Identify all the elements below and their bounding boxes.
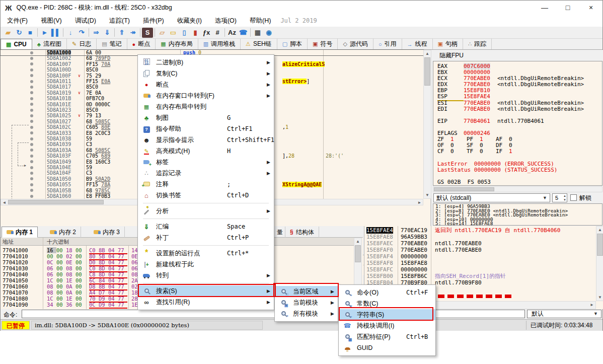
instruction-dot-icon[interactable] [30, 97, 33, 100]
script-icon[interactable]: S [142, 28, 153, 38]
menu-item[interactable]: ›命令(O)Ctrl+F [339, 287, 435, 298]
instruction-dot-icon[interactable] [30, 68, 33, 71]
argument-count-spinner[interactable]: 5▲▼ [552, 193, 567, 202]
menu-item[interactable]: ♣制图G [138, 112, 274, 123]
instruction-dot-icon[interactable] [30, 51, 33, 54]
menu-item[interactable]: □当前区域▶ [275, 286, 338, 297]
minimize-button[interactable]: — [533, 1, 556, 15]
run-icon[interactable]: ► [39, 28, 50, 38]
menubar-item[interactable]: 视图(V) [34, 17, 68, 24]
menu-item[interactable]: 搜索(S)▶ [138, 285, 274, 297]
instruction-dot-icon[interactable] [30, 62, 33, 65]
menu-item[interactable]: 转到▶ [138, 270, 274, 281]
tab-script[interactable]: ▢脚本 [277, 39, 308, 49]
intermodular-calls-icon[interactable]: ☎ [238, 28, 249, 38]
register-row[interactable]: EFLAGS00000246 [433, 130, 602, 136]
tab-memory-map[interactable]: ▦内存布局 [156, 39, 198, 49]
globe-icon[interactable]: ◉ [263, 28, 274, 38]
stack-row[interactable]: 15E8FAF400000000 [364, 253, 596, 260]
menu-item[interactable]: ?指令帮助Ctrl+F1 [138, 123, 274, 134]
menu-item[interactable]: “字符串(S) [339, 309, 435, 320]
instruction-dot-icon[interactable] [30, 57, 33, 60]
unlock-checkbox[interactable] [570, 194, 577, 201]
stack-argument-row[interactable]: 5: [esp+14] 15E8FAE8 [435, 222, 602, 226]
stack-row[interactable]: 15E8FAEC770EABE0ntdll.770EABE0 [364, 240, 596, 247]
function-analysis-icon[interactable]: ƒx [201, 28, 212, 38]
step-into-icon[interactable]: ↓ [65, 28, 76, 38]
menubar-item[interactable]: 文件(F) [1, 17, 34, 24]
register-row[interactable]: ESI770EABE0<ntdll.DbgUiRemoteBreakin> [433, 100, 602, 106]
menu-item[interactable]: ⌂切换书签Ctrl+D [138, 190, 274, 201]
instruction-dot-icon[interactable] [30, 120, 33, 123]
instruction-dot-icon[interactable] [30, 160, 33, 163]
trace-over-icon[interactable]: ⇓ [102, 28, 113, 38]
instruction-dot-icon[interactable] [30, 172, 33, 175]
tab-notes[interactable]: ▤笔记 [97, 39, 127, 49]
execute-till-return-icon[interactable]: ⇑ [116, 28, 127, 38]
menu-item[interactable]: |+新建线程于此 [138, 259, 274, 270]
flags-row[interactable]: CF0TF0IF1 [433, 149, 602, 155]
register-row[interactable]: EAX007C6000 [433, 63, 602, 69]
patch-toolbar-icon[interactable]: ▱ [157, 28, 168, 38]
menu-item[interactable]: ⇓汇编Space [138, 221, 274, 232]
stack-row[interactable]: 15E8FAE4770EAC19返回到 ntdll.770EAC19 自 ntd… [364, 227, 596, 234]
menubar-item[interactable]: 选项(O) [208, 17, 243, 24]
comment-toolbar-icon[interactable]: ▭ [168, 28, 179, 38]
instruction-dot-icon[interactable] [30, 91, 33, 94]
stack-row[interactable]: 15E8FAF0770EABE0ntdll.770EABE0 [364, 247, 596, 253]
calculator-icon[interactable]: ▦ [252, 28, 263, 38]
instruction-dot-icon[interactable] [30, 183, 33, 186]
pause-icon[interactable]: ▌▌ [50, 28, 61, 38]
menu-item[interactable]: ☎跨模块调用(I) [339, 320, 435, 331]
instruction-dot-icon[interactable] [30, 114, 33, 117]
maximize-button[interactable]: □ [556, 1, 579, 15]
memory-tab[interactable]: 内存 3 [89, 227, 125, 238]
instruction-dot-icon[interactable] [30, 149, 33, 152]
stack-row[interactable]: 15E8FAFC00000000 [364, 266, 596, 273]
strings-icon[interactable]: Az [227, 28, 238, 38]
menu-item[interactable]: *设置新的运行点Ctrl+* [138, 248, 274, 259]
flags-row[interactable]: ZF1PF1AF0 [433, 136, 602, 142]
command-input[interactable] [22, 310, 525, 318]
menu-item[interactable]: 在内存窗口中转到(F)▶ [138, 90, 274, 101]
address-column-header[interactable]: 地址 [3, 238, 14, 246]
menu-item[interactable]: ☻显示指令提示Ctrl+Shift+F1 [138, 134, 274, 145]
bookmark-toolbar-icon[interactable]: ▮ [190, 28, 201, 38]
open-file-icon[interactable]: ▰ [3, 28, 14, 38]
menubar-item[interactable]: 帮助(H) [243, 17, 277, 24]
struct-tab[interactable]: §结构体 [285, 227, 319, 238]
locals-tab-partial[interactable]: 量 [275, 227, 285, 238]
menu-item[interactable]: ▦匹配特征(P)Ctrl+B [339, 331, 435, 342]
memory-tab[interactable]: 内存 1 [2, 227, 38, 238]
menu-item[interactable]: *所有模块▶ [275, 308, 338, 319]
register-text-line[interactable]: LastError 00000000 (ERROR_SUCCESS) [433, 161, 602, 167]
menu-item[interactable]: GUID [339, 342, 435, 353]
tab-cpu[interactable]: ▦CPU [1, 39, 32, 50]
instruction-dot-icon[interactable] [30, 74, 33, 77]
menubar-item[interactable]: 追踪(T) [103, 17, 136, 24]
tab-log[interactable]: ✎日志 [67, 39, 97, 49]
menu-item[interactable]: ●断点▶ [138, 79, 274, 90]
instruction-dot-icon[interactable] [30, 86, 33, 89]
run-to-user-code-icon[interactable]: ↠ [127, 28, 138, 38]
menubar-item[interactable]: 插件(P) [136, 17, 171, 24]
close-button[interactable]: × [579, 1, 602, 15]
pattern-icon[interactable]: # [212, 28, 223, 38]
label-toolbar-icon[interactable]: ▯ [179, 28, 190, 38]
instruction-dot-icon[interactable] [30, 131, 33, 134]
memory-tab[interactable]: 内存 2 [45, 227, 81, 238]
instruction-dot-icon[interactable] [30, 109, 33, 112]
command-profile-dropdown[interactable]: 默认▼ [527, 310, 601, 318]
trace-into-icon[interactable]: ⇒ [91, 28, 102, 38]
tab-breakpoints[interactable]: ●断点 [127, 39, 156, 49]
register-row[interactable]: EDI770EABE0<ntdll.DbgUiRemoteBreakin> [433, 106, 602, 112]
tab-call-stack[interactable]: ▥调用堆栈 [198, 39, 241, 49]
register-row[interactable]: EBP15E8FB10 [433, 88, 602, 94]
calling-convention-dropdown[interactable]: 默认 (stdcall)▼ [433, 193, 550, 202]
tab-graph[interactable]: ♣流程图 [32, 39, 67, 49]
stack-row[interactable]: 15E8FAE896A59BB3 [364, 234, 596, 240]
menu-item[interactable]: 注释; [138, 179, 274, 190]
menu-item[interactable]: 分析▶ [138, 205, 274, 216]
instruction-dot-icon[interactable] [30, 189, 33, 192]
instruction-dot-icon[interactable] [30, 143, 33, 146]
